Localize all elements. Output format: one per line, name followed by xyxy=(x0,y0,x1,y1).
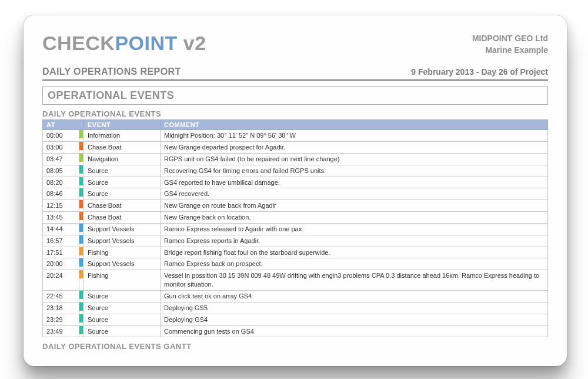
client-project: Marine Example xyxy=(472,45,548,56)
event-color-chip xyxy=(79,258,84,270)
event-color-chip xyxy=(79,235,84,247)
event-color-chip xyxy=(79,314,84,325)
cell-comment: Recovering GS4 for timing errors and fai… xyxy=(161,165,548,177)
cell-at: 13:45 xyxy=(43,212,79,224)
cell-comment: GS4 recovered. xyxy=(161,188,548,200)
cell-at: 23:49 xyxy=(43,325,79,337)
report-page: CHECKPOINT v2 MIDPOINT GEO Ltd Marine Ex… xyxy=(24,15,567,366)
cell-event: Information xyxy=(84,130,161,142)
cell-at: 14:44 xyxy=(43,223,79,235)
subsection-title: DAILY OPERATIONAL EVENTS xyxy=(42,109,548,118)
cell-event: Chase Boat xyxy=(84,142,161,154)
events-table: AT EVENT COMMENT 00:00InformationMidnigh… xyxy=(42,119,548,337)
logo-seg3: v2 xyxy=(178,32,206,54)
table-row: 13:45Chase BoatNew Grange back on locati… xyxy=(43,212,548,224)
cell-event: Fishing xyxy=(84,270,161,291)
event-color-chip xyxy=(79,142,84,154)
cell-at: 12:15 xyxy=(43,200,79,212)
table-header-row: AT EVENT COMMENT xyxy=(43,120,548,130)
client-block: MIDPOINT GEO Ltd Marine Example xyxy=(472,33,548,56)
cell-event: Source xyxy=(84,291,161,302)
cell-event: Source xyxy=(84,314,161,325)
cell-event: Support Vessels xyxy=(84,223,161,235)
event-color-chip xyxy=(79,177,84,188)
cell-comment: Bridge report fishing float foul on the … xyxy=(161,247,548,258)
cell-at: 16:57 xyxy=(43,235,79,247)
client-name: MIDPOINT GEO Ltd xyxy=(472,33,548,45)
event-color-chip xyxy=(79,302,84,314)
table-row: 22:45SourceGun click test ok on array GS… xyxy=(43,291,548,302)
event-color-chip xyxy=(79,130,84,142)
event-color-chip xyxy=(79,247,84,258)
event-color-chip xyxy=(79,165,84,177)
cell-comment: Deploying GS4 xyxy=(161,314,548,325)
cell-at: 20:24 xyxy=(43,270,79,291)
cell-event: Source xyxy=(84,188,161,200)
cell-comment: New Grange back on location. xyxy=(161,212,548,224)
cell-at: 03:00 xyxy=(43,142,79,154)
cell-event: Source xyxy=(84,325,161,337)
cell-at: 00:00 xyxy=(43,130,79,142)
event-color-chip xyxy=(79,270,84,291)
cell-comment: Ramco Express reports in Agadir. xyxy=(161,235,548,247)
section-title-box: OPERATIONAL EVENTS xyxy=(42,87,548,105)
subheader-row: DAILY OPERATIONS REPORT 9 February 2013 … xyxy=(42,67,548,77)
cell-event: Fishing xyxy=(84,247,161,258)
cell-comment: GS4 reported to have umbilical damage. xyxy=(161,177,548,188)
cell-event: Source xyxy=(84,302,161,314)
table-row: 03:00Chase BoatNew Grange departed prosp… xyxy=(43,142,548,154)
table-row: 08:05SourceRecovering GS4 for timing err… xyxy=(43,165,548,177)
event-color-chip xyxy=(79,200,84,212)
gantt-title: DAILY OPERATIONAL EVENTS GANTT xyxy=(42,342,548,351)
logo-seg1: CHECK xyxy=(42,32,115,54)
cell-at: 23:29 xyxy=(43,314,79,325)
cell-comment: New Grange departed prospect for Agadir. xyxy=(161,142,548,154)
table-row: 20:24FishingVessel in possition 30 15 39… xyxy=(43,270,548,291)
col-header-event: EVENT xyxy=(84,120,161,130)
header-rule xyxy=(42,79,548,81)
table-row: 08:20SourceGS4 reported to have umbilica… xyxy=(43,177,548,188)
table-row: 14:44Support VesselsRamco Express releas… xyxy=(43,223,548,235)
cell-comment: Vessel in possition 30 15 39N 009 48 49W… xyxy=(161,270,548,291)
cell-comment: Deploying GS5 xyxy=(161,302,548,314)
table-row: 00:00InformationMidnight Position: 30° 1… xyxy=(43,130,548,142)
header-row: CHECKPOINT v2 MIDPOINT GEO Ltd Marine Ex… xyxy=(42,33,548,56)
table-row: 17:51FishingBridge report fishing float … xyxy=(43,247,548,258)
cell-at: 08:20 xyxy=(43,177,79,188)
table-row: 16:57Support VesselsRamco Express report… xyxy=(43,235,548,247)
table-row: 08:46SourceGS4 recovered. xyxy=(43,188,548,200)
app-logo: CHECKPOINT v2 xyxy=(42,33,206,53)
cell-comment: RGPS unit on GS4 failed (to be repaired … xyxy=(161,153,548,165)
cell-event: Support Vessels xyxy=(84,258,161,270)
logo-seg2: POINT xyxy=(115,32,177,54)
event-color-chip xyxy=(79,212,84,224)
cell-at: 22:45 xyxy=(43,291,79,302)
cell-at: 08:05 xyxy=(43,165,79,177)
cell-event: Source xyxy=(84,165,161,177)
table-row: 12:15Chase BoatNew Grange on route back … xyxy=(43,200,548,212)
event-color-chip xyxy=(79,223,84,235)
table-row: 23:29SourceDeploying GS4 xyxy=(43,314,548,325)
table-row: 23:49SourceCommencing gun tests on GS4 xyxy=(43,325,548,337)
table-row: 03:47NavigationRGPS unit on GS4 failed (… xyxy=(43,153,548,165)
event-color-chip xyxy=(79,291,84,302)
cell-at: 23:18 xyxy=(43,302,79,314)
col-header-comment: COMMENT xyxy=(161,120,548,130)
cell-event: Support Vessels xyxy=(84,235,161,247)
cell-event: Chase Boat xyxy=(84,200,161,212)
col-header-at: AT xyxy=(43,120,84,130)
cell-at: 03:47 xyxy=(43,153,79,165)
event-color-chip xyxy=(79,325,84,337)
cell-comment: Commencing gun tests on GS4 xyxy=(161,325,548,337)
cell-comment: New Grange on route back from Agadir xyxy=(161,200,548,212)
cell-comment: Ramco Express back on prospect. xyxy=(161,258,548,270)
cell-event: Chase Boat xyxy=(84,212,161,224)
cell-event: Navigation xyxy=(84,153,161,165)
event-color-chip xyxy=(79,153,84,165)
section-title: OPERATIONAL EVENTS xyxy=(48,89,543,102)
table-row: 23:18SourceDeploying GS5 xyxy=(43,302,548,314)
cell-comment: Midnight Position: 30° 11' 52" N 09° 56'… xyxy=(161,130,548,142)
cell-at: 17:51 xyxy=(43,247,79,258)
cell-at: 08:46 xyxy=(43,188,79,200)
report-title: DAILY OPERATIONS REPORT xyxy=(42,67,181,77)
